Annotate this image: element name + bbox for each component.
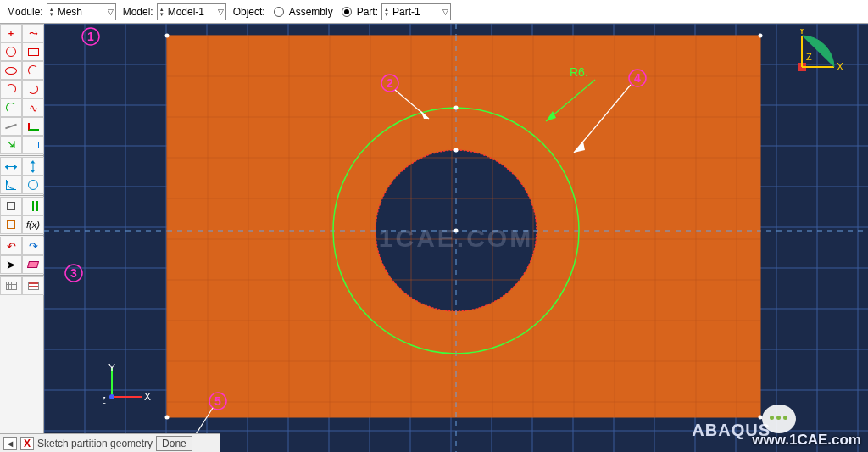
back-button[interactable]: ◄ <box>3 437 17 450</box>
arc-icon <box>28 65 38 75</box>
tool-trim[interactable] <box>22 136 44 154</box>
tool-arc-tan[interactable] <box>22 61 44 80</box>
eraser-icon <box>27 261 39 268</box>
object-label: Object: <box>233 6 265 18</box>
sketch-toolbox: + ⤳ ∿ ⇲ f(x) ↶ ↷ ➤ <box>0 24 44 452</box>
triad-x-label: X <box>837 61 843 73</box>
chevron-down-icon[interactable]: ▽ <box>105 8 114 16</box>
tool-eraser[interactable] <box>22 255 44 274</box>
model-select[interactable]: ▲▼ Model-1 ▽ <box>157 3 226 20</box>
tool-construction[interactable] <box>0 117 22 136</box>
tool-fx[interactable]: f(x) <box>22 215 44 234</box>
tool-sketch-opts[interactable] <box>22 276 44 295</box>
prompt-bar: ◄ X Sketch partition geometry Done <box>0 433 220 452</box>
tool-redo[interactable]: ↷ <box>22 237 44 255</box>
vertex-dot[interactable] <box>165 34 170 38</box>
part-radio[interactable] <box>342 7 352 17</box>
callout-3-text: 3 <box>70 266 77 280</box>
fillet-icon <box>6 103 16 113</box>
callout-5-text: 5 <box>214 394 221 408</box>
footer-url: www.1CAE.com <box>752 432 861 449</box>
cursor-icon: ➤ <box>6 258 16 271</box>
callout-1-text: 1 <box>87 30 94 43</box>
tool-dim-ang[interactable] <box>0 176 22 194</box>
triad-z-axis <box>109 394 114 399</box>
prompt-text: Sketch partition geometry <box>37 438 153 449</box>
dim-ang-icon <box>6 180 16 190</box>
tool-circle[interactable] <box>0 42 22 61</box>
undo-icon: ↶ <box>7 240 16 253</box>
eq-icon <box>7 220 15 229</box>
tool-spline[interactable]: ∿ <box>22 98 44 117</box>
separator <box>0 275 44 276</box>
vertex-dot[interactable] <box>759 34 763 38</box>
part-select[interactable]: ▲▼ Part-1 ▽ <box>381 3 451 20</box>
vertex-dot[interactable] <box>454 229 459 233</box>
triad-z-label: Z <box>103 395 106 405</box>
tool-ellipse[interactable] <box>0 61 22 80</box>
tool-dim-v[interactable] <box>22 157 44 176</box>
tool-arc-center[interactable] <box>0 80 22 98</box>
tool-line[interactable]: ⤳ <box>22 24 44 42</box>
polyline-icon: ⤳ <box>29 27 38 40</box>
part-label: Part: <box>357 6 378 18</box>
tool-con-perp[interactable] <box>0 197 22 215</box>
tool-con-eq[interactable] <box>0 215 22 234</box>
para-icon <box>32 201 34 211</box>
trim-icon <box>27 142 39 148</box>
grid-icon <box>6 282 17 290</box>
plus-icon: + <box>8 28 14 38</box>
project-icon: ⇲ <box>7 139 15 151</box>
tool-fillet[interactable] <box>0 98 22 117</box>
perp-icon <box>7 202 15 210</box>
done-button[interactable]: Done <box>156 436 192 451</box>
tool-select[interactable]: ➤ <box>0 255 22 274</box>
tool-project[interactable]: ⇲ <box>0 136 22 154</box>
model-label: Model: <box>123 6 153 18</box>
chevron-down-icon[interactable]: ▽ <box>215 8 224 16</box>
triad-y-label: Y <box>108 363 115 374</box>
vertex-dot[interactable] <box>165 416 170 420</box>
viewport[interactable]: R6. 1 2 3 4 5 X Y Z <box>44 24 868 452</box>
triad-x-label: X <box>144 391 151 403</box>
tool-offset[interactable] <box>22 117 44 136</box>
dim-v-icon <box>33 160 34 172</box>
vertex-dot[interactable] <box>454 106 459 110</box>
radius-label: R6. <box>570 65 588 79</box>
tool-dim-rad[interactable] <box>22 176 44 194</box>
assembly-radio[interactable] <box>274 7 284 17</box>
tool-con-para[interactable] <box>22 197 44 215</box>
triad-z-label: Z <box>806 52 812 62</box>
fx-icon: f(x) <box>26 220 40 230</box>
part-value: Part-1 <box>389 6 440 18</box>
context-bar: Module: ▲▼ Mesh ▽ Model: ▲▼ Model-1 ▽ Ob… <box>0 0 868 24</box>
tool-dim-h[interactable] <box>0 157 22 176</box>
options-icon <box>28 282 39 290</box>
model-value: Model-1 <box>164 6 215 18</box>
sketch-canvas[interactable]: R6. 1 2 3 4 5 <box>44 24 868 452</box>
callout-2-text: 2 <box>387 76 393 90</box>
triad-y-label: Y <box>798 29 805 36</box>
module-label: Module: <box>7 6 43 18</box>
tool-rect[interactable] <box>22 42 44 61</box>
module-value: Mesh <box>54 6 105 18</box>
module-select[interactable]: ▲▼ Mesh ▽ <box>47 3 116 20</box>
cancel-button[interactable]: X <box>20 437 34 450</box>
separator <box>0 155 44 156</box>
callout-4-text: 4 <box>634 71 641 85</box>
construction-icon <box>5 124 17 130</box>
assembly-label: Assembly <box>289 6 333 18</box>
circle-icon <box>6 47 16 57</box>
redo-icon: ↷ <box>29 240 38 253</box>
vertex-dot[interactable] <box>454 148 459 153</box>
chevron-down-icon[interactable]: ▽ <box>440 8 448 16</box>
arc-3pt-icon <box>28 84 38 94</box>
tool-undo[interactable]: ↶ <box>0 237 22 255</box>
global-triad: X Y Z <box>103 363 154 405</box>
ellipse-icon <box>5 67 17 75</box>
tool-grid-opts[interactable] <box>0 276 22 295</box>
dim-rad-icon <box>28 180 38 190</box>
tool-arc-3pt[interactable] <box>22 80 44 98</box>
tool-point[interactable]: + <box>0 24 22 42</box>
view-triad[interactable]: X Y Z <box>796 29 847 80</box>
